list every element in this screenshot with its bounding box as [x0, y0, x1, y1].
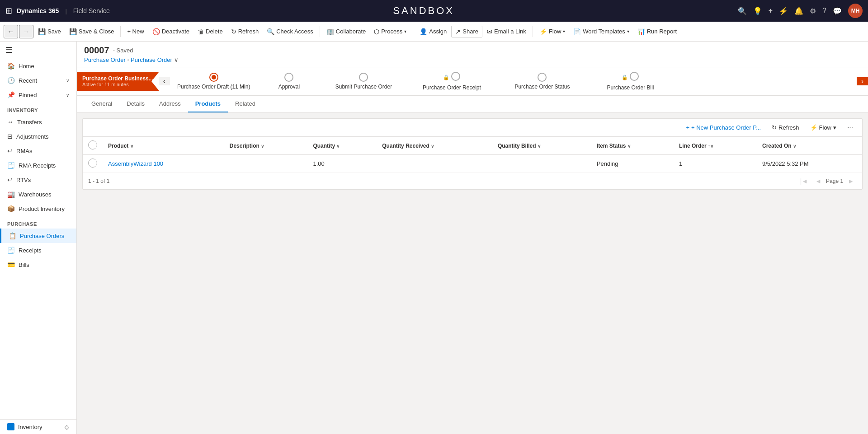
item-status-cell: Pending	[591, 155, 674, 173]
filter-icon[interactable]: ⚡	[779, 7, 788, 15]
avatar[interactable]: MH	[848, 4, 863, 18]
col-product[interactable]: Product ∨	[103, 137, 224, 155]
new-button[interactable]: + New	[123, 26, 147, 37]
help-icon[interactable]: ?	[822, 7, 826, 15]
sidebar-item-bills[interactable]: 💳 Bills	[0, 257, 76, 272]
check-access-button[interactable]: 🔍 Check Access	[263, 26, 317, 37]
assign-button[interactable]: 👤 Assign	[416, 26, 450, 37]
refresh-button[interactable]: ↻ Refresh	[227, 26, 263, 37]
col-description[interactable]: Description ∨	[224, 137, 308, 155]
process-step-submit[interactable]: Submit Purchase Order	[321, 68, 406, 94]
breadcrumb-chevron-icon[interactable]: ∨	[174, 56, 179, 63]
breadcrumb-link-1[interactable]: Purchase Order	[84, 56, 126, 63]
pagination-first-button[interactable]: |◄	[797, 177, 811, 186]
record-header: 00007 - Saved Purchase Order › Purchase …	[77, 42, 868, 67]
breadcrumb-link-2[interactable]: Purchase Order	[131, 56, 172, 63]
step-label-draft: Purchase Order Draft (11 Min)	[177, 84, 250, 90]
settings-icon[interactable]: ⚙	[810, 7, 816, 15]
process-collapse-btn[interactable]	[151, 72, 159, 91]
col-item-status[interactable]: Item Status ∨	[591, 137, 674, 155]
col-created-on[interactable]: Created On ∨	[757, 137, 862, 155]
products-more-button[interactable]: ⋯	[844, 122, 857, 133]
search-icon[interactable]: 🔍	[738, 7, 747, 15]
sidebar-item-rmas[interactable]: ↩ RMAs	[0, 144, 76, 158]
description-sort-icon: ∨	[261, 144, 264, 149]
product-link[interactable]: AssemblyWizard 100	[108, 160, 163, 167]
sidebar-item-warehouses[interactable]: 🏭 Warehouses	[0, 187, 76, 201]
save-close-button[interactable]: 💾 Save & Close	[66, 26, 118, 37]
row-select-cell[interactable]	[83, 155, 103, 173]
add-icon[interactable]: +	[769, 7, 773, 15]
lightbulb-icon[interactable]: 💡	[753, 7, 762, 15]
forward-button[interactable]: →	[19, 25, 33, 38]
receipt-lock-icon: 🔒	[443, 75, 449, 80]
new-purchase-order-product-button[interactable]: + + New Purchase Order P...	[682, 122, 764, 133]
word-templates-button[interactable]: 📄 Word Templates ▾	[570, 26, 632, 37]
step-label-approval: Approval	[278, 84, 300, 90]
products-flow-icon: ⚡	[810, 124, 817, 131]
sidebar-item-rma-receipts[interactable]: 🧾 RMA Receipts	[0, 158, 76, 173]
hamburger-icon[interactable]: ☰	[0, 42, 76, 59]
col-quantity[interactable]: Quantity ∨	[307, 137, 377, 155]
products-refresh-button[interactable]: ↻ Refresh	[768, 122, 803, 133]
sidebar-item-adjustments[interactable]: ⊟ Adjustments	[0, 129, 76, 144]
row-checkbox[interactable]	[88, 159, 97, 168]
col-quantity-received[interactable]: Quantity Received ∨	[377, 137, 492, 155]
assign-icon: 👤	[420, 28, 427, 35]
sidebar-item-product-inventory[interactable]: 📦 Product Inventory	[0, 201, 76, 216]
sidebar-item-pinned[interactable]: 📌 Pinned ∨	[0, 88, 76, 102]
email-link-button[interactable]: ✉ Email a Link	[483, 26, 530, 37]
toolbar-sep-4	[533, 26, 533, 37]
process-step-status[interactable]: Purchase Order Status	[497, 68, 587, 94]
sidebar-item-purchase-orders[interactable]: 📋 Purchase Orders	[0, 229, 76, 243]
delete-icon: 🗑	[198, 28, 204, 35]
bell-icon[interactable]: 🔔	[794, 7, 803, 15]
share-button[interactable]: ↗ Share	[451, 26, 482, 37]
run-report-button[interactable]: 📊 Run Report	[634, 26, 680, 37]
rtvs-icon: ↩	[7, 176, 13, 183]
sidebar-item-receipts[interactable]: 🧾 Receipts	[0, 243, 76, 257]
process-bar: Purchase Order Business... Active for 11…	[77, 67, 868, 96]
col-line-order[interactable]: Line Order ↑∨	[674, 137, 757, 155]
process-step-receipt[interactable]: 🔒 Purchase Order Receipt	[406, 67, 497, 95]
select-all-checkbox[interactable]	[88, 140, 97, 149]
sidebar-item-recent[interactable]: 🕐 Recent ∨	[0, 73, 76, 88]
purchase-orders-icon: 📋	[9, 232, 16, 239]
qty-billed-cell	[492, 155, 591, 173]
sidebar-item-transfers[interactable]: ↔ Transfers	[0, 115, 76, 129]
process-button[interactable]: ⬡ Process ▾	[370, 26, 410, 37]
select-all-header[interactable]	[83, 137, 103, 155]
sidebar: ☰ 🏠 Home 🕐 Recent ∨ 📌 Pinned ∨ Inventory…	[0, 42, 77, 434]
table-header-row: Product ∨ Description ∨ Quantity ∨ Quant…	[83, 137, 862, 155]
item-status-sort-icon: ∨	[627, 144, 631, 149]
process-prev-btn[interactable]: ‹	[159, 77, 170, 85]
col-quantity-billed[interactable]: Quantity Billed ∨	[492, 137, 591, 155]
breadcrumb: Purchase Order › Purchase Order ∨	[84, 56, 861, 63]
process-step-draft[interactable]: Purchase Order Draft (11 Min)	[170, 68, 257, 94]
products-flow-button[interactable]: ⚡ Flow ▾	[807, 122, 840, 133]
tab-general[interactable]: General	[84, 96, 119, 112]
delete-button[interactable]: 🗑 Delete	[194, 26, 226, 37]
tab-products[interactable]: Products	[188, 96, 228, 112]
pagination-prev-button[interactable]: ◄	[812, 177, 824, 186]
active-business-process[interactable]: Purchase Order Business... Active for 11…	[77, 72, 159, 91]
flow-button[interactable]: ⚡ Flow ▾	[536, 26, 569, 37]
sidebar-item-home[interactable]: 🏠 Home	[0, 59, 76, 73]
tab-related[interactable]: Related	[228, 96, 263, 112]
sidebar-bottom[interactable]: Inventory ◇	[0, 419, 76, 434]
process-step-approval[interactable]: Approval	[257, 68, 321, 94]
sidebar-item-rtvs[interactable]: ↩ RTVs	[0, 173, 76, 187]
grid-icon[interactable]: ⊞	[5, 6, 12, 16]
back-button[interactable]: ←	[4, 25, 18, 38]
content-area: 00007 - Saved Purchase Order › Purchase …	[77, 42, 868, 434]
qty-received-sort-icon: ∨	[431, 144, 434, 149]
save-button[interactable]: 💾 Save	[34, 26, 65, 37]
tab-details[interactable]: Details	[119, 96, 152, 112]
pagination-next-button[interactable]: ►	[845, 177, 857, 186]
process-step-bill[interactable]: 🔒 Purchase Order Bill	[587, 67, 673, 95]
collaborate-button[interactable]: 🏢 Collaborate	[323, 26, 370, 37]
process-next-btn[interactable]: ›	[857, 77, 868, 85]
tab-address[interactable]: Address	[152, 96, 188, 112]
deactivate-button[interactable]: 🚫 Deactivate	[149, 26, 193, 37]
chat-icon[interactable]: 💬	[833, 7, 842, 15]
